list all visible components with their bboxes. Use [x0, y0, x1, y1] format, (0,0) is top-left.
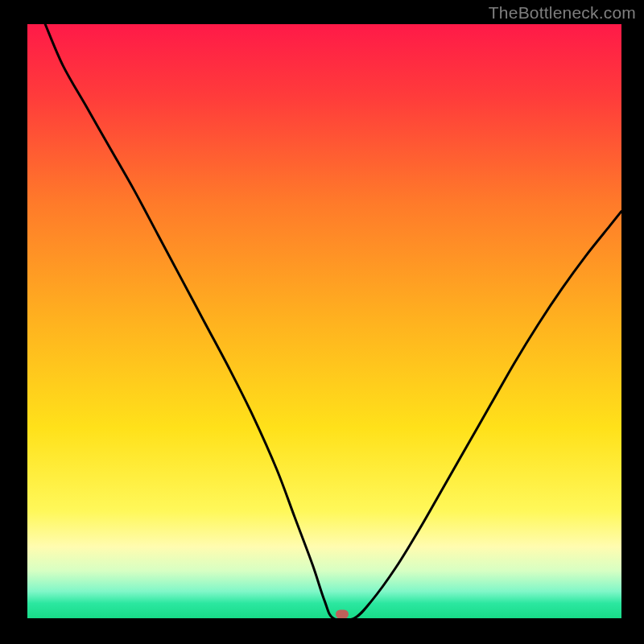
gradient-background: [27, 24, 621, 618]
plot-area: [27, 24, 621, 618]
chart-svg: [27, 24, 621, 618]
chart-frame: TheBottleneck.com: [0, 0, 644, 644]
balance-point-marker: [336, 609, 349, 618]
watermark-text: TheBottleneck.com: [489, 3, 636, 23]
